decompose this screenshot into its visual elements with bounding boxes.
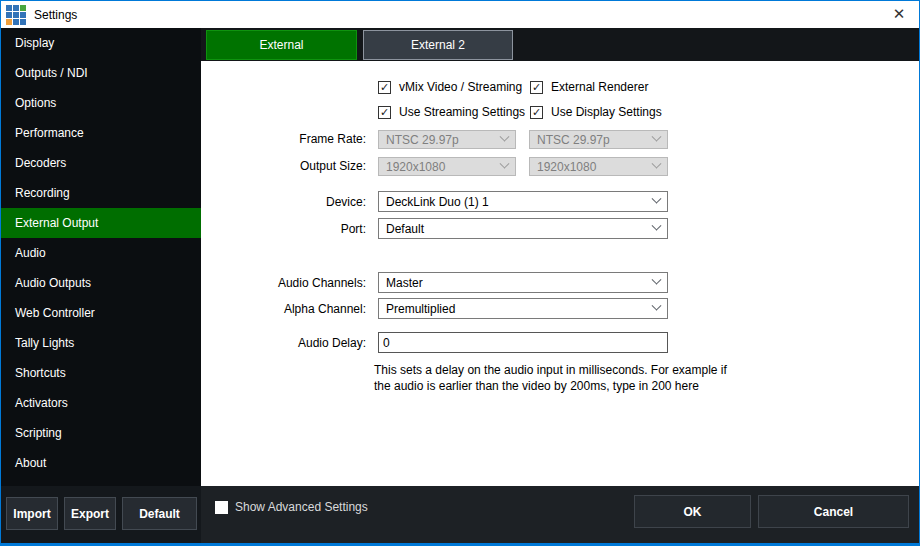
audio-channels-value: Master [386, 276, 423, 290]
chevron-down-icon [652, 159, 662, 169]
audio-channels-label: Audio Channels: [201, 276, 366, 290]
checkbox-show-advanced-settings[interactable]: Show Advanced Settings [215, 500, 368, 514]
sidebar-item-web-controller[interactable]: Web Controller [1, 298, 201, 328]
sidebar-item-tally-lights[interactable]: Tally Lights [1, 328, 201, 358]
output-size-value-1: 1920x1080 [386, 160, 445, 174]
chevron-down-icon [500, 159, 510, 169]
settings-window: Settings ✕ Display Outputs / NDI Options… [0, 0, 920, 546]
checkbox-checked-icon[interactable]: ✓ [378, 81, 391, 94]
sidebar-item-options[interactable]: Options [1, 88, 201, 118]
sidebar-item-display[interactable]: Display [1, 28, 201, 58]
chevron-down-icon [652, 132, 662, 142]
port-select[interactable]: Default [378, 218, 668, 239]
audio-delay-label: Audio Delay: [201, 336, 366, 350]
alpha-channel-label: Alpha Channel: [201, 302, 366, 316]
output-size-select-2: 1920x1080 [529, 157, 668, 176]
checkbox-label: Use Streaming Settings [399, 105, 525, 119]
window-title: Settings [34, 8, 77, 22]
sidebar-item-activators[interactable]: Activators [1, 388, 201, 418]
chevron-down-icon [652, 221, 662, 231]
sidebar-item-external-output[interactable]: External Output [1, 208, 201, 238]
checkbox-label: vMix Video / Streaming [399, 80, 522, 94]
sidebar-nav: Display Outputs / NDI Options Performanc… [1, 28, 201, 486]
sidebar-item-decoders[interactable]: Decoders [1, 148, 201, 178]
sidebar-item-scripting[interactable]: Scripting [1, 418, 201, 448]
frame-rate-value-1: NTSC 29.97p [386, 133, 459, 147]
frame-rate-value-2: NTSC 29.97p [537, 133, 610, 147]
checkbox-checked-icon[interactable]: ✓ [530, 106, 543, 119]
checkbox-label: Use Display Settings [551, 105, 662, 119]
sidebar-footer: Import Export Default [1, 486, 201, 544]
sidebar-item-outputs-ndi[interactable]: Outputs / NDI [1, 58, 201, 88]
audio-delay-help-text: the audio is earlier than the video by 2… [374, 379, 699, 393]
chevron-down-icon [652, 275, 662, 285]
port-label: Port: [201, 222, 366, 236]
audio-delay-help-text: This sets a delay on the audio input in … [374, 363, 727, 377]
chevron-down-icon [652, 301, 662, 311]
alpha-channel-select[interactable]: Premultiplied [378, 298, 668, 319]
checkbox-external-renderer[interactable]: ✓ External Renderer [530, 80, 648, 94]
default-button[interactable]: Default [122, 497, 197, 530]
alpha-channel-value: Premultiplied [386, 302, 455, 316]
cancel-button[interactable]: Cancel [758, 495, 909, 528]
tab-external-2[interactable]: External 2 [363, 30, 513, 60]
chevron-down-icon [652, 194, 662, 204]
frame-rate-select-2: NTSC 29.97p [529, 130, 668, 149]
checkbox-checked-icon[interactable]: ✓ [378, 106, 391, 119]
audio-channels-select[interactable]: Master [378, 272, 668, 293]
port-value: Default [386, 222, 424, 236]
output-size-select-1: 1920x1080 [378, 157, 516, 176]
title-bar: Settings ✕ [1, 1, 919, 28]
tab-external[interactable]: External [206, 30, 357, 60]
checkbox-unchecked-icon[interactable] [215, 501, 228, 514]
frame-rate-label: Frame Rate: [201, 132, 366, 146]
sidebar-item-performance[interactable]: Performance [1, 118, 201, 148]
checkbox-use-display-settings[interactable]: ✓ Use Display Settings [530, 105, 662, 119]
checkbox-checked-icon[interactable]: ✓ [530, 81, 543, 94]
output-size-label: Output Size: [201, 159, 366, 173]
audio-delay-input[interactable] [378, 332, 668, 353]
sidebar-item-recording[interactable]: Recording [1, 178, 201, 208]
checkbox-label: External Renderer [551, 80, 648, 94]
export-button[interactable]: Export [64, 497, 116, 530]
device-select[interactable]: DeckLink Duo (1) 1 [378, 191, 668, 212]
sidebar-item-audio[interactable]: Audio [1, 238, 201, 268]
footer-bar: Show Advanced Settings OK Cancel [201, 486, 919, 544]
chevron-down-icon [500, 132, 510, 142]
device-value: DeckLink Duo (1) 1 [386, 195, 489, 209]
close-icon[interactable]: ✕ [882, 1, 916, 27]
output-size-value-2: 1920x1080 [537, 160, 596, 174]
checkbox-label: Show Advanced Settings [235, 500, 368, 514]
frame-rate-select-1: NTSC 29.97p [378, 130, 516, 149]
import-button[interactable]: Import [6, 497, 58, 530]
sidebar-item-audio-outputs[interactable]: Audio Outputs [1, 268, 201, 298]
sidebar-item-shortcuts[interactable]: Shortcuts [1, 358, 201, 388]
tab-strip: External External 2 [201, 28, 919, 61]
sidebar-item-about[interactable]: About [1, 448, 201, 478]
vmix-logo-icon [6, 5, 26, 25]
checkbox-use-streaming-settings[interactable]: ✓ Use Streaming Settings [378, 105, 525, 119]
checkbox-vmix-video-streaming[interactable]: ✓ vMix Video / Streaming [378, 80, 522, 94]
device-label: Device: [201, 195, 366, 209]
ok-button[interactable]: OK [634, 495, 751, 528]
external-output-panel: ✓ vMix Video / Streaming ✓ External Rend… [201, 61, 919, 486]
